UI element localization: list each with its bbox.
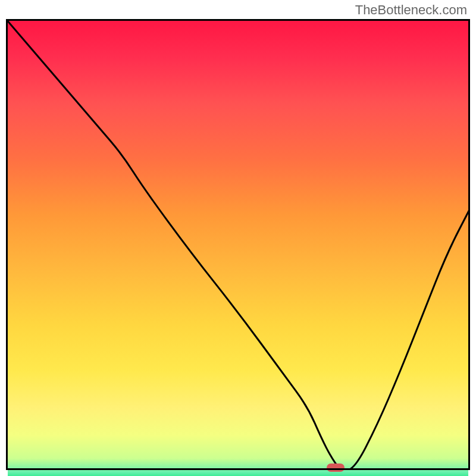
optimal-point-marker <box>327 464 345 472</box>
watermark-text: TheBottleneck.com <box>355 2 467 18</box>
chart-container <box>6 19 470 470</box>
bottleneck-curve <box>6 19 470 470</box>
